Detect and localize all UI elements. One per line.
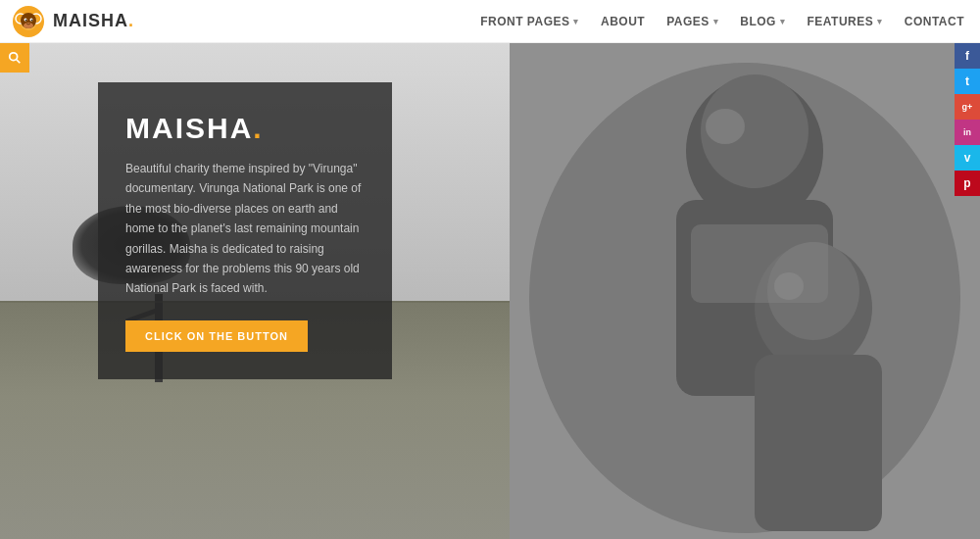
- hero-overlay: MAISHA. Beautiful charity theme inspired…: [98, 82, 392, 379]
- social-vimeo[interactable]: v: [955, 145, 980, 171]
- svg-point-7: [30, 18, 33, 21]
- instagram-icon: in: [963, 127, 971, 137]
- search-button[interactable]: [0, 43, 29, 73]
- nav-front-pages[interactable]: FRONT PAGES ▾: [480, 15, 579, 28]
- svg-rect-22: [691, 224, 828, 303]
- chevron-down-icon: ▾: [877, 17, 883, 26]
- nav-blog[interactable]: BLOG ▾: [740, 15, 785, 28]
- svg-point-9: [31, 19, 32, 20]
- hero-photo: [510, 43, 980, 539]
- social-sidebar: f t g+ in v p: [955, 43, 980, 196]
- social-facebook[interactable]: f: [955, 43, 980, 69]
- social-google-plus[interactable]: g+: [955, 94, 980, 120]
- svg-rect-19: [755, 355, 882, 531]
- chevron-down-icon: ▾: [713, 17, 719, 26]
- facebook-icon: f: [965, 49, 969, 63]
- children-image: [510, 43, 980, 539]
- svg-line-11: [17, 60, 21, 64]
- logo-icon: [12, 5, 45, 38]
- twitter-icon: t: [965, 74, 969, 88]
- logo-text: MAISHA.: [53, 11, 134, 31]
- social-twitter[interactable]: t: [955, 69, 980, 94]
- main-nav: FRONT PAGES ▾ ABOUT PAGES ▾ BLOG ▾ FEATU…: [480, 15, 964, 28]
- social-instagram[interactable]: in: [955, 120, 980, 145]
- svg-point-6: [24, 18, 27, 21]
- nav-features[interactable]: FEATURES ▾: [807, 15, 882, 28]
- hero-section: MAISHA. Beautiful charity theme inspired…: [0, 43, 980, 539]
- hero-title: MAISHA.: [125, 112, 365, 145]
- svg-point-20: [706, 109, 745, 144]
- search-icon: [8, 51, 22, 65]
- svg-point-8: [25, 19, 26, 20]
- svg-point-10: [10, 53, 18, 61]
- nav-pages[interactable]: PAGES ▾: [666, 15, 718, 28]
- nav-about[interactable]: ABOUT: [601, 15, 645, 28]
- chevron-down-icon: ▾: [780, 17, 786, 26]
- chevron-down-icon: ▾: [573, 17, 579, 26]
- header: MAISHA. FRONT PAGES ▾ ABOUT PAGES ▾ BLOG…: [0, 0, 980, 43]
- social-pinterest[interactable]: p: [955, 171, 980, 196]
- logo[interactable]: MAISHA.: [12, 5, 134, 38]
- hero-description: Beautiful charity theme inspired by "Vir…: [125, 159, 365, 299]
- nav-contact[interactable]: CONTACT: [905, 15, 964, 28]
- svg-point-5: [24, 23, 33, 28]
- pinterest-icon: p: [963, 176, 970, 190]
- google-plus-icon: g+: [962, 102, 973, 112]
- hero-cta-button[interactable]: CLICK ON THE BUTTON: [125, 320, 308, 352]
- vimeo-icon: v: [964, 151, 971, 165]
